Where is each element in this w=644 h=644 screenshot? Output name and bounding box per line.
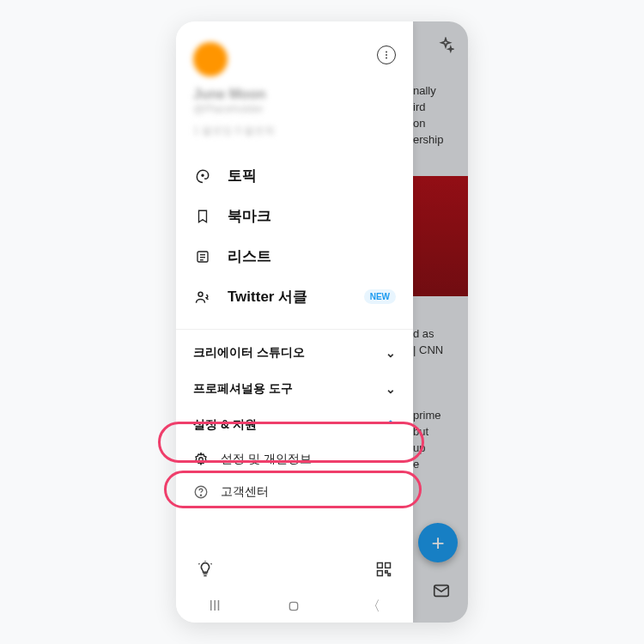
svg-rect-0	[434, 586, 449, 597]
chevron-up-icon: ⌃	[386, 418, 396, 432]
help-icon	[193, 484, 209, 500]
accounts-button[interactable]	[377, 46, 396, 64]
svg-point-1	[386, 52, 387, 53]
back-button[interactable]: 〈	[367, 598, 380, 616]
nav-topics[interactable]: 토픽	[176, 155, 413, 196]
profile-stats: 1 팔로잉 0 팔로워	[193, 124, 396, 138]
qr-icon[interactable]	[375, 561, 392, 578]
drawer-header: June Moon @Placeholder 1 팔로잉 0 팔로워	[176, 21, 413, 149]
chevron-down-icon: ⌄	[386, 346, 396, 360]
nav-label: 토픽	[228, 166, 257, 185]
svg-rect-18	[378, 571, 383, 576]
svg-rect-17	[386, 563, 391, 568]
nav-list: 토픽 북마크 리스트 Twitter 서클 NEW	[176, 149, 413, 324]
divider	[176, 329, 413, 330]
list-icon	[193, 248, 212, 265]
section-creator-studio[interactable]: 크리에이터 스튜디오 ⌄	[176, 335, 413, 371]
system-nav: III 〈	[176, 590, 413, 623]
sub-label: 설정 및 개인정보	[221, 452, 312, 467]
profile-handle: @Placeholder	[193, 102, 396, 115]
bookmark-icon	[193, 208, 212, 225]
mail-icon[interactable]	[432, 581, 451, 600]
section-pro-tools[interactable]: 프로페셔널용 도구 ⌄	[176, 371, 413, 407]
svg-point-9	[198, 292, 203, 296]
chevron-down-icon: ⌄	[386, 382, 396, 396]
bg-snippet: prime but up e	[413, 408, 441, 472]
bulb-icon[interactable]	[197, 561, 214, 578]
svg-line-15	[211, 563, 212, 564]
bg-snippet: d as | CNN	[413, 326, 443, 359]
avatar[interactable]	[193, 42, 228, 76]
svg-point-2	[386, 54, 387, 56]
section-settings-support[interactable]: 설정 & 지원 ⌃	[176, 407, 413, 443]
nav-drawer: June Moon @Placeholder 1 팔로잉 0 팔로워 토픽 북마…	[176, 21, 413, 623]
bg-image	[406, 176, 468, 296]
phone-frame: nally ird on ership d as | CNN prime but…	[176, 21, 468, 623]
sub-settings-privacy[interactable]: 설정 및 개인정보	[176, 443, 413, 476]
nav-label: 북마크	[228, 206, 271, 226]
svg-point-3	[386, 58, 387, 59]
nav-label: Twitter 서클	[228, 287, 307, 307]
svg-line-14	[199, 563, 200, 564]
background-feed: nally ird on ership d as | CNN prime but…	[406, 21, 468, 623]
compose-fab[interactable]: +	[418, 523, 458, 562]
new-badge: NEW	[364, 289, 396, 304]
profile-name: June Moon	[193, 87, 396, 102]
svg-point-10	[199, 458, 204, 462]
svg-rect-16	[378, 563, 383, 568]
svg-point-4	[202, 174, 204, 176]
topics-icon	[193, 167, 212, 185]
gear-icon	[193, 452, 209, 467]
nav-circle[interactable]: Twitter 서클 NEW	[176, 276, 413, 317]
svg-rect-19	[386, 571, 388, 574]
sub-help-center[interactable]: 고객센터	[176, 476, 413, 508]
section-label: 설정 & 지원	[193, 417, 257, 433]
nav-lists[interactable]: 리스트	[176, 236, 413, 276]
section-label: 프로페셔널용 도구	[193, 381, 293, 397]
nav-label: 리스트	[228, 246, 271, 266]
drawer-footer	[176, 549, 413, 590]
sparkle-icon	[437, 37, 454, 54]
section-label: 크리에이터 스튜디오	[193, 345, 305, 361]
home-button[interactable]	[287, 599, 301, 613]
svg-point-12	[200, 495, 201, 495]
nav-bookmarks[interactable]: 북마크	[176, 196, 413, 236]
circle-icon	[193, 289, 212, 306]
bg-snippet: nally ird on ership	[413, 83, 443, 148]
svg-rect-21	[289, 602, 297, 610]
svg-rect-20	[388, 574, 391, 576]
sub-label: 고객센터	[221, 484, 269, 500]
recents-button[interactable]: III	[209, 598, 220, 614]
